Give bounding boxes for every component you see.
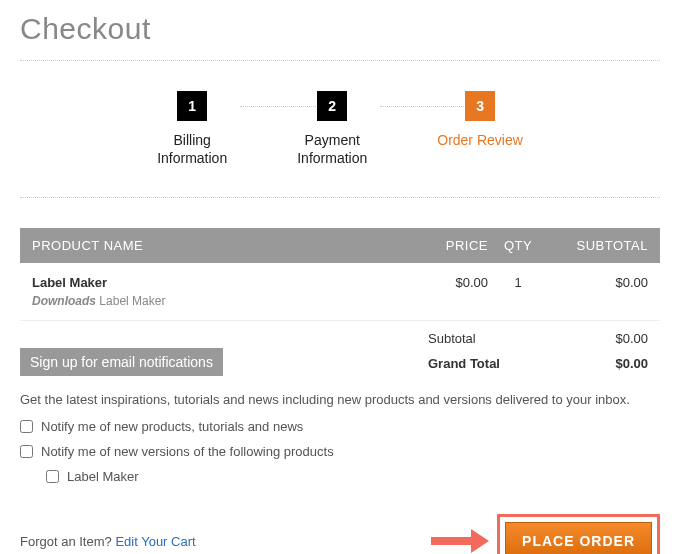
header-price: PRICE [408,238,488,253]
row-qty: 1 [488,275,548,308]
page-title: Checkout [20,0,660,60]
product-title: Label Maker [32,275,408,290]
grand-total-label: Grand Total [428,356,548,371]
step-number-badge: 2 [317,91,347,121]
step-billing[interactable]: 1 Billing Information [157,91,227,167]
step-number-badge: 1 [177,91,207,121]
place-order-button[interactable]: PLACE ORDER [505,522,652,554]
signup-description: Get the latest inspirations, tutorials a… [20,392,660,407]
svg-marker-1 [471,529,489,553]
notify-products-checkbox-row[interactable]: Notify me of new products, tutorials and… [20,419,660,434]
row-subtotal: $0.00 [548,275,648,308]
subtotal-label: Subtotal [428,331,548,346]
arrow-right-icon [431,529,489,553]
row-price: $0.00 [408,275,488,308]
step-label: Order Review [437,131,523,149]
edit-cart-link[interactable]: Edit Your Cart [115,534,195,549]
forgot-item: Forgot an Item? Edit Your Cart [20,534,196,549]
step-order-review[interactable]: 3 Order Review [437,91,523,167]
step-label: Payment Information [297,131,367,167]
checkout-steps: 1 Billing Information 2 Payment Informat… [20,61,660,197]
notify-versions-checkbox[interactable] [20,445,33,458]
step-payment[interactable]: 2 Payment Information [297,91,367,167]
notify-versions-label: Notify me of new versions of the followi… [41,444,334,459]
order-table: PRODUCT NAME PRICE QTY SUBTOTAL Label Ma… [20,228,660,321]
step-label: Billing Information [157,131,227,167]
divider-steps [20,197,660,198]
signup-section: Get the latest inspirations, tutorials a… [20,392,660,484]
footer-row: Forgot an Item? Edit Your Cart PLACE ORD… [20,514,660,554]
notify-product-item-label: Label Maker [67,469,139,484]
notify-products-label: Notify me of new products, tutorials and… [41,419,303,434]
header-subtotal: SUBTOTAL [548,238,648,253]
totals: Subtotal $0.00 Sign up for email notific… [20,327,660,376]
table-header: PRODUCT NAME PRICE QTY SUBTOTAL [20,228,660,263]
notify-products-checkbox[interactable] [20,420,33,433]
header-product-name: PRODUCT NAME [32,238,408,253]
notify-product-item-checkbox[interactable] [46,470,59,483]
grand-total-value: $0.00 [548,356,648,371]
table-row: Label Maker Downloads Label Maker $0.00 … [20,263,660,321]
notify-product-item-row[interactable]: Label Maker [46,469,660,484]
step-number-badge: 3 [465,91,495,121]
svg-rect-0 [431,537,471,545]
header-qty: QTY [488,238,548,253]
subtotal-value: $0.00 [548,331,648,346]
product-subtitle: Downloads Label Maker [32,294,408,308]
notify-versions-checkbox-row[interactable]: Notify me of new versions of the followi… [20,444,660,459]
place-order-highlight: PLACE ORDER [497,514,660,554]
signup-banner: Sign up for email notifications [20,348,223,376]
